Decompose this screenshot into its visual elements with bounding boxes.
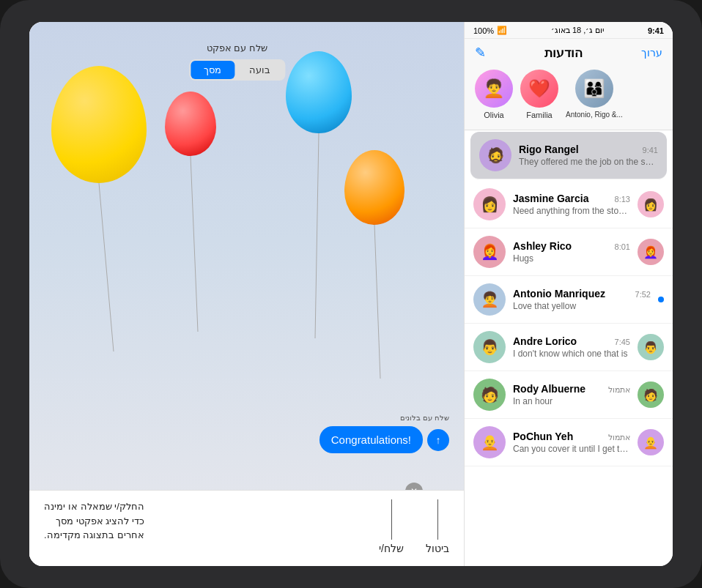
rody-meta: 🧑 — [638, 382, 664, 408]
conversation-rody[interactable]: 🧑 Rody Albuerne אתמול In an hour 🧑 — [465, 371, 673, 419]
ashley-mini-avatar: 👩‍🦰 — [638, 239, 664, 265]
rody-avatar: 🧑 — [473, 379, 506, 411]
olivia-name: Olivia — [484, 111, 504, 119]
pochun-meta: 🧑‍🦲 — [638, 429, 664, 455]
message-bubble: Congratulations! — [319, 426, 423, 453]
edit-button[interactable]: ערוך — [641, 47, 662, 59]
cancel-arrow-line — [437, 499, 438, 540]
jasmine-time: 8:13 — [615, 195, 630, 204]
andre-preview: I don't know which one that is — [513, 349, 630, 359]
antonio-avatar: 👨‍👩‍👦 — [575, 70, 613, 108]
annotation-left-text: החלק/י שמאלה או ימינה כדי להציג אפקטי מס… — [44, 499, 144, 543]
svg-line-2 — [315, 133, 319, 338]
andre-time: 7:45 — [615, 338, 630, 346]
antonio-m-preview: Love that yellow — [513, 301, 651, 311]
rody-mini-avatar: 🧑 — [638, 382, 664, 408]
rigo-top: Rigo Rangel 9:41 — [519, 144, 658, 155]
conversation-ashley[interactable]: 👩‍🦰 Ashley Rico 8:01 Hugs 👩‍🦰 — [465, 228, 673, 276]
olivia-avatar: 🧑‍🦱 — [475, 70, 513, 108]
jasmine-content: Jasmine Garcia 8:13 Need anything from t… — [513, 193, 630, 216]
screen-button[interactable]: מסך — [191, 61, 234, 79]
screen: שלח עם אפקט מסך בועה שלח עם בלונים Congr… — [29, 22, 673, 566]
ipad-frame: שלח עם אפקט מסך בועה שלח עם בלונים Congr… — [0, 0, 702, 588]
messages-area: שלח עם אפקט מסך בועה שלח עם בלונים Congr… — [29, 22, 464, 566]
ashley-name: Ashley Rico — [513, 240, 572, 252]
ashley-time: 8:01 — [615, 242, 630, 251]
pinned-olivia[interactable]: 🧑‍🦱 Olivia — [475, 70, 513, 119]
annotation-send: שלח/י — [379, 543, 404, 554]
conversation-antonio[interactable]: 🧑‍🦱 Antonio Manriquez 7:52 Love that yel… — [465, 276, 673, 324]
antonio-m-avatar: 🧑‍🦱 — [473, 283, 506, 316]
balloon-red — [165, 92, 216, 332]
battery-percent: 100% — [473, 26, 494, 35]
status-time: 9:41 — [648, 26, 664, 35]
messages-list: 100% 📶 יום ג׳, 18 באוג׳ 9:41 ערוך הודעות… — [464, 22, 673, 566]
bubble-row: Congratulations! ↑ — [319, 426, 449, 453]
conversation-jasmine[interactable]: 👩 Jasmine Garcia 8:13 Need anything from… — [465, 181, 673, 228]
familia-avatar: ❤️ — [520, 70, 558, 108]
ashley-preview: Hugs — [513, 253, 630, 264]
balloon-blue — [286, 51, 352, 338]
andre-name: Andre Lorico — [513, 335, 577, 347]
jasmine-mini-avatar: 👩 — [638, 191, 664, 217]
ashley-content: Ashley Rico 8:01 Hugs — [513, 240, 630, 264]
status-bar-left: 100% 📶 — [473, 26, 507, 35]
annotation-cancel: ביטול — [426, 543, 449, 554]
effect-overlay: שלח עם אפקט מסך בועה — [189, 42, 285, 81]
conversation-list: 🧔 Rigo Rangel 9:41 They offered me the j… — [465, 130, 673, 566]
pochun-avatar: 🧑‍🦲 — [473, 426, 506, 458]
jasmine-avatar: 👩 — [473, 188, 506, 220]
rigo-avatar: 🧔 — [479, 139, 511, 171]
send-arrow-line — [391, 499, 392, 540]
pochun-content: PoChun Yeh אתמול Can you cover it until … — [513, 431, 630, 454]
send-with-label: שלח עם בלונים — [400, 414, 449, 422]
rigo-content: Rigo Rangel 9:41 They offered me the job… — [519, 144, 658, 167]
rigo-time: 9:41 — [643, 146, 658, 155]
effect-buttons: מסך בועה — [189, 59, 285, 81]
rody-content: Rody Albuerne אתמול In an hour — [513, 383, 630, 406]
jasmine-preview: Need anything from the store? — [513, 206, 630, 216]
rody-preview: In an hour — [513, 396, 630, 406]
rody-time: אתמול — [608, 385, 630, 395]
conversation-pochun[interactable]: 🧑‍🦲 PoChun Yeh אתמול Can you cover it un… — [465, 419, 673, 466]
andre-mini-avatar: 👨 — [638, 334, 664, 360]
antonio-m-meta — [658, 297, 664, 302]
pochun-preview: Can you cover it until I get there? — [513, 444, 630, 454]
andre-content: Andre Lorico 7:45 I don't know which one… — [513, 335, 630, 359]
send-button[interactable]: ↑ — [427, 429, 449, 451]
antonio-m-time: 7:52 — [635, 290, 651, 299]
jasmine-name: Jasmine Garcia — [513, 193, 589, 204]
familia-name: Familia — [526, 111, 552, 119]
rigo-name: Rigo Rangel — [519, 144, 579, 155]
messages-title: הודעות — [486, 45, 641, 61]
conversation-andre[interactable]: 👨 Andre Lorico 7:45 I don't know which o… — [465, 324, 673, 371]
compose-button[interactable]: ✎ — [475, 45, 486, 61]
jasmine-meta: 👩 — [638, 191, 664, 217]
antonio-m-content: Antonio Manriquez 7:52 Love that yellow — [513, 288, 651, 311]
bubble-button[interactable]: בועה — [236, 61, 284, 79]
pinned-antonio[interactable]: 👨‍👩‍👦 Antonio, Rigo &... — [566, 70, 623, 119]
svg-line-3 — [374, 225, 380, 379]
bottom-annotation: החלק/י שמאלה או ימינה כדי להציג אפקטי מס… — [29, 490, 464, 566]
ashley-meta: 👩‍🦰 — [638, 239, 664, 265]
balloon-orange — [344, 150, 404, 379]
antonio-m-name: Antonio Manriquez — [513, 288, 605, 299]
messages-header: ערוך הודעות ✎ 🧑‍🦱 Olivia ❤️ Familia — [465, 39, 673, 130]
pochun-mini-avatar: 🧑‍🦲 — [638, 429, 664, 455]
status-date: יום ג׳, 18 באוג׳ — [551, 26, 604, 35]
ashley-avatar: 👩‍🦰 — [473, 236, 506, 268]
andre-avatar: 👨 — [473, 331, 506, 363]
rigo-preview: They offered me the job on the spot! — [519, 157, 658, 167]
wifi-icon: 📶 — [497, 26, 507, 35]
header-top: ערוך הודעות ✎ — [475, 45, 662, 61]
pochun-name: PoChun Yeh — [513, 431, 573, 442]
effect-title: שלח עם אפקט — [207, 42, 267, 53]
conversation-rigo[interactable]: 🧔 Rigo Rangel 9:41 They offered me the j… — [470, 132, 667, 179]
rody-name: Rody Albuerne — [513, 383, 585, 395]
pochun-time: אתמול — [608, 433, 630, 442]
pinned-contacts: 🧑‍🦱 Olivia ❤️ Familia 👨‍👩‍👦 Antonio, Rig… — [475, 67, 662, 125]
svg-line-1 — [191, 156, 198, 332]
antonio-name: Antonio, Rigo &... — [566, 111, 623, 119]
svg-line-0 — [99, 183, 114, 351]
pinned-familia[interactable]: ❤️ Familia — [520, 70, 558, 119]
